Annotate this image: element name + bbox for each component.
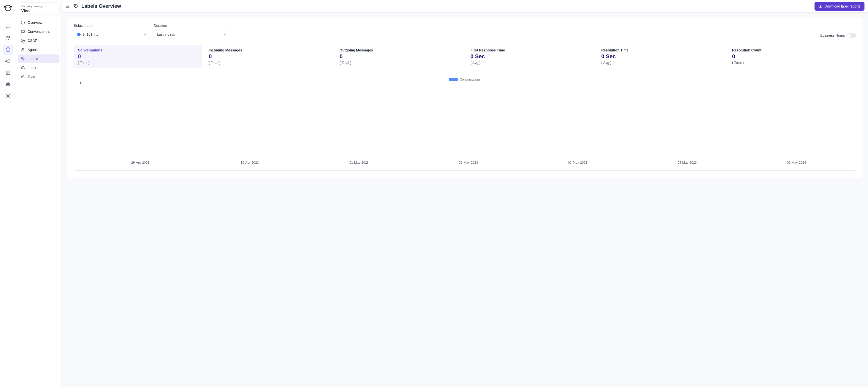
sidebar-toggle-icon[interactable] bbox=[65, 3, 71, 9]
icon-rail bbox=[0, 0, 16, 387]
sidebar-item-overview[interactable]: Overview bbox=[18, 18, 60, 27]
rail-settings-icon[interactable] bbox=[3, 91, 13, 101]
sidebar-item-inbox[interactable]: Inbox bbox=[18, 64, 60, 72]
stat-value: 0 bbox=[78, 53, 198, 60]
svg-point-12 bbox=[7, 95, 9, 97]
stat-value: 0 bbox=[732, 53, 852, 60]
stat-sub: ( Total ) bbox=[340, 61, 459, 65]
select-label-dropdown[interactable]: 1_101_rtp ▾ bbox=[74, 30, 149, 39]
gridline bbox=[86, 83, 851, 83]
sidebar-item-label: Agents bbox=[28, 48, 39, 52]
svg-point-16 bbox=[23, 40, 24, 41]
page-title: Labels Overview bbox=[82, 3, 121, 9]
y-axis bbox=[86, 83, 86, 158]
chart-pie-icon bbox=[21, 20, 25, 25]
stat-resolution-time[interactable]: Resolution Time 0 Sec ( Avg ) bbox=[597, 45, 725, 68]
stat-title: First Response Time bbox=[470, 48, 590, 52]
stat-resolution-count[interactable]: Resolution Count 0 ( Total ) bbox=[728, 45, 856, 68]
svg-point-22 bbox=[75, 5, 76, 6]
stat-incoming[interactable]: Incoming Messages 0 ( Total ) bbox=[205, 45, 333, 68]
stat-outgoing[interactable]: Outgoing Messages 0 ( Total ) bbox=[336, 45, 463, 68]
download-icon bbox=[818, 4, 823, 8]
stats-row: Conversations 0 ( Total ) Incoming Messa… bbox=[74, 45, 856, 68]
team-icon bbox=[21, 74, 25, 79]
duration-field-label: Duration bbox=[154, 24, 229, 28]
svg-point-9 bbox=[7, 84, 7, 85]
sidebar-item-agents[interactable]: Agents bbox=[18, 45, 60, 54]
sidebar-item-label: Conversations bbox=[28, 30, 50, 34]
sidebar-item-labels[interactable]: Labels bbox=[18, 55, 60, 63]
svg-rect-3 bbox=[6, 25, 10, 28]
svg-point-4 bbox=[6, 36, 8, 38]
chart: Conversations 1 0 29-Apr-2023 30-Apr-202… bbox=[74, 74, 856, 171]
chevron-down-icon: ▾ bbox=[224, 32, 226, 36]
sidebar-item-label: Labels bbox=[28, 57, 38, 61]
stat-sub: ( Avg ) bbox=[601, 61, 721, 65]
stat-sub: ( Total ) bbox=[78, 61, 198, 65]
legend-label: Conversations bbox=[460, 77, 480, 81]
chart-plot-area: 1 0 bbox=[86, 83, 851, 158]
users-icon bbox=[21, 47, 25, 52]
select-label-field-label: Select Label bbox=[74, 24, 149, 28]
svg-point-18 bbox=[23, 49, 24, 50]
x-ticks: 29-Apr-2023 30-Apr-2023 01-May-2023 02-M… bbox=[86, 161, 851, 164]
chat-icon bbox=[21, 29, 25, 34]
download-button-label: Download label reports bbox=[825, 4, 861, 8]
rail-conversations-icon[interactable] bbox=[3, 22, 13, 32]
svg-point-2 bbox=[8, 7, 9, 8]
stat-title: Incoming Messages bbox=[209, 48, 329, 52]
rail-reports-icon[interactable] bbox=[3, 45, 13, 55]
stat-sub: ( Total ) bbox=[209, 61, 329, 65]
xtick: 03-May-2023 bbox=[523, 161, 632, 164]
stat-title: Resolution Count bbox=[732, 48, 852, 52]
stat-first-response[interactable]: First Response Time 0 Sec ( Avg ) bbox=[466, 45, 594, 68]
org-viewing-label: Currently viewing: bbox=[21, 5, 56, 8]
stat-value: 0 Sec bbox=[470, 53, 590, 60]
sidebar-item-label: CSAT bbox=[28, 39, 37, 43]
stat-sub: ( Avg ) bbox=[470, 61, 590, 65]
stat-title: Outgoing Messages bbox=[340, 48, 459, 52]
tag-icon bbox=[21, 57, 25, 61]
label-color-dot-icon bbox=[77, 33, 81, 36]
business-hours-label: Business Hours bbox=[820, 33, 845, 37]
brand-logo-icon bbox=[3, 3, 12, 12]
rail-helpcenter-icon[interactable] bbox=[3, 68, 13, 78]
stat-value: 0 bbox=[340, 53, 459, 60]
stat-sub: ( Total ) bbox=[732, 61, 852, 65]
sidebar-item-conversations[interactable]: Conversations bbox=[18, 27, 60, 36]
svg-point-0 bbox=[5, 5, 11, 11]
main: Labels Overview Download label reports S… bbox=[62, 0, 868, 387]
download-report-button[interactable]: Download label reports bbox=[814, 2, 865, 11]
legend-swatch-icon bbox=[449, 78, 458, 81]
business-hours-toggle[interactable] bbox=[847, 33, 856, 38]
stat-value: 0 bbox=[209, 53, 329, 60]
sidebar-item-label: Team bbox=[28, 75, 36, 79]
rail-campaigns-icon[interactable] bbox=[3, 56, 13, 66]
xtick: 04-May-2023 bbox=[632, 161, 742, 164]
xtick: 30-Apr-2023 bbox=[195, 161, 304, 164]
sidebar-item-team[interactable]: Team bbox=[18, 72, 60, 81]
duration-dropdown[interactable]: Last 7 days ▾ bbox=[154, 30, 229, 39]
sidebar-item-csat[interactable]: CSAT bbox=[18, 36, 60, 45]
xtick: 29-Apr-2023 bbox=[86, 161, 195, 164]
stat-value: 0 Sec bbox=[601, 53, 721, 60]
stat-conversations[interactable]: Conversations 0 ( Total ) bbox=[74, 45, 202, 68]
sidebar: Currently viewing: Vbet Overview Convers… bbox=[16, 0, 62, 387]
svg-point-14 bbox=[21, 39, 25, 42]
inbox-icon bbox=[21, 65, 25, 70]
ytick: 1 bbox=[80, 81, 82, 85]
org-name: Vbet bbox=[21, 8, 56, 12]
svg-point-15 bbox=[22, 40, 23, 41]
duration-value: Last 7 days bbox=[157, 32, 175, 36]
tag-icon bbox=[73, 3, 79, 9]
svg-point-10 bbox=[8, 84, 8, 85]
rail-bot-icon[interactable] bbox=[3, 79, 13, 89]
xtick: 01-May-2023 bbox=[304, 161, 414, 164]
rail-contacts-icon[interactable] bbox=[3, 33, 13, 43]
svg-point-21 bbox=[23, 76, 24, 77]
org-switcher[interactable]: Currently viewing: Vbet bbox=[18, 2, 60, 15]
sidebar-item-label: Inbox bbox=[28, 66, 36, 70]
svg-point-20 bbox=[22, 76, 23, 77]
sidebar-item-label: Overview bbox=[28, 21, 42, 25]
chevron-down-icon: ▾ bbox=[144, 32, 146, 36]
